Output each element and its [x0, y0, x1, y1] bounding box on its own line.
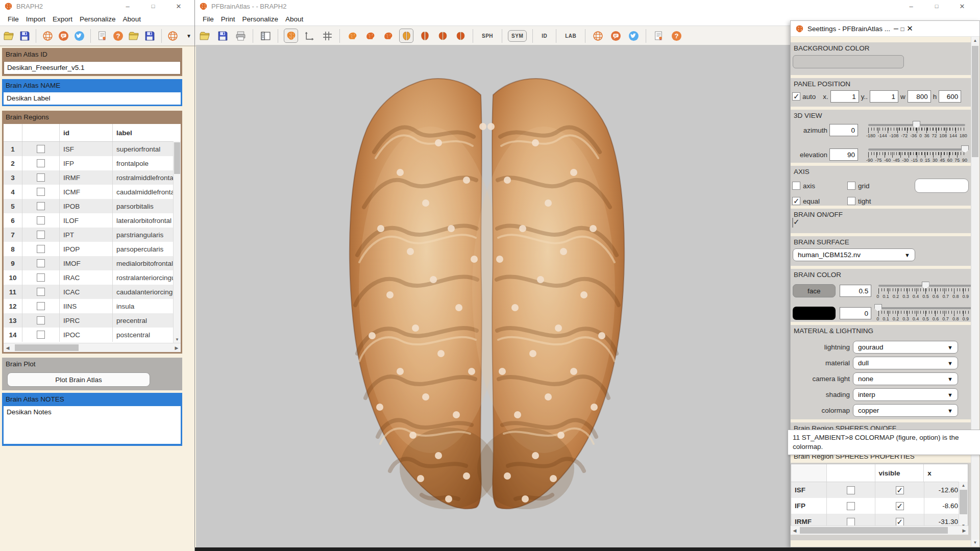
region-select-checkbox[interactable]	[37, 145, 45, 153]
scroll-left-arrow[interactable]: ◀	[4, 345, 12, 350]
menu-item[interactable]: About	[282, 15, 307, 23]
auto-checkbox[interactable]	[792, 92, 800, 101]
menu-item[interactable]: File	[4, 15, 22, 23]
sphere-select-checkbox[interactable]	[847, 518, 855, 526]
region-row[interactable]: 10 IRAC rostralanteriorcingulate	[4, 270, 181, 285]
labels-toggle-button[interactable]: LAB	[562, 31, 579, 41]
twitter-icon[interactable]	[627, 29, 640, 42]
region-select-checkbox[interactable]	[37, 245, 45, 253]
sphere-select-checkbox[interactable]	[847, 502, 855, 510]
menu-item[interactable]: File	[199, 15, 217, 23]
region-row[interactable]: 4 ICMF caudalmiddlefrontal	[4, 185, 181, 199]
material-row-dropdown[interactable]: copper ▼	[853, 404, 958, 417]
tight-checkbox[interactable]	[847, 197, 855, 205]
region-row[interactable]: 11 ICAC caudalanteriorcingulate	[4, 285, 181, 299]
region-row[interactable]: 8 IPOP parsopercularis	[4, 242, 181, 256]
open-folder-icon[interactable]	[3, 29, 14, 42]
braph2-titlebar[interactable]: BRAPH2 – □ ✕	[0, 0, 194, 12]
azimuth-slider[interactable]: -180-144-108-72-3603672108144180	[868, 121, 965, 139]
sphere-select-checkbox[interactable]	[847, 486, 855, 494]
scroll-right-arrow[interactable]: ▶	[960, 528, 968, 533]
face-alpha-slider[interactable]: 00.10.20.30.40.50.60.70.80.91	[878, 282, 973, 299]
settings-titlebar[interactable]: Seettings - PFBrainAtlas ... – □ ✕	[791, 21, 979, 37]
brain-surface-dropdown[interactable]: human_ICBM152.nv ▼	[793, 248, 915, 261]
x-field[interactable]: 1	[830, 90, 859, 103]
col-header-visible[interactable]: visible	[875, 464, 924, 482]
edge-alpha-slider[interactable]: 00.10.20.30.40.50.60.70.80.91	[878, 305, 973, 322]
symbols-toggle-button[interactable]: SYM	[508, 30, 527, 42]
help-icon[interactable]	[112, 29, 124, 42]
regions-vertical-scrollbar[interactable]: ▼	[173, 141, 181, 343]
scroll-right-arrow[interactable]: ▶	[173, 345, 181, 350]
help-icon[interactable]	[670, 29, 683, 42]
save-icon[interactable]	[19, 29, 30, 42]
brain-onoff-checkbox[interactable]	[792, 218, 793, 228]
col-header-id[interactable]: id	[60, 124, 113, 141]
settings-panel-icon[interactable]	[259, 29, 272, 42]
grid-checkbox[interactable]	[847, 182, 855, 190]
minimize-button[interactable]: –	[894, 24, 898, 33]
elevation-field[interactable]: 90	[829, 148, 858, 161]
twitter-icon[interactable]	[74, 29, 85, 42]
y-field[interactable]: 1	[870, 90, 898, 103]
brain-toggle-icon[interactable]	[284, 29, 298, 43]
ids-toggle-button[interactable]: ID	[538, 31, 550, 41]
toolbar-overflow-icon[interactable]: ▼	[183, 29, 194, 42]
grid-icon[interactable]	[321, 29, 334, 42]
w-field[interactable]: 800	[908, 90, 931, 103]
certificate-icon[interactable]	[96, 29, 108, 42]
maximize-button[interactable]: □	[924, 0, 949, 12]
menu-item[interactable]: Personalize	[76, 15, 119, 23]
sphere-visible-checkbox[interactable]	[896, 502, 904, 510]
region-select-checkbox[interactable]	[37, 288, 45, 296]
region-select-checkbox[interactable]	[37, 159, 45, 167]
sphere-row[interactable]: ISF -12.60	[791, 482, 968, 498]
plot-brain-atlas-button[interactable]: Plot Brain Atlas	[7, 372, 150, 387]
region-row[interactable]: 14 IPOC postcentral	[4, 328, 181, 342]
minimize-button[interactable]: –	[898, 0, 924, 12]
scroll-down-arrow[interactable]: ▼	[174, 336, 181, 343]
face-color-button[interactable]: face	[793, 284, 836, 297]
save-icon[interactable]	[144, 29, 156, 42]
save-icon[interactable]	[216, 29, 229, 42]
scroll-down-arrow[interactable]: ▼	[971, 539, 979, 546]
atlas-name-input[interactable]: Desikan Label	[4, 92, 181, 105]
menu-item[interactable]: Personalize	[239, 15, 282, 23]
region-row[interactable]: 9 IMOF medialorbitofrontal	[4, 256, 181, 270]
settings-scrollbar[interactable]: ▲ ▼	[971, 37, 979, 546]
close-button[interactable]: ✕	[906, 24, 913, 33]
axis-icon[interactable]	[303, 29, 316, 42]
close-button[interactable]: ✕	[166, 0, 191, 12]
figure-titlebar[interactable]: PFBrainAtlas - - BRAPH2 – □ ✕	[195, 0, 980, 12]
scroll-up-arrow[interactable]: ▲	[971, 37, 979, 44]
region-select-checkbox[interactable]	[37, 216, 45, 224]
region-select-checkbox[interactable]	[37, 302, 45, 310]
equal-checkbox[interactable]	[792, 197, 800, 205]
elevation-slider[interactable]: -90-75-60-45-30-150153045607590	[868, 146, 965, 163]
brain-view-ventral-icon[interactable]	[418, 29, 431, 42]
region-select-checkbox[interactable]	[37, 188, 45, 196]
brain-view-left-icon[interactable]	[346, 29, 359, 42]
atlas-id-input[interactable]: Desikan_Freesurfer_v5.1	[4, 61, 181, 74]
region-select-checkbox[interactable]	[37, 331, 45, 339]
region-row[interactable]: 6 ILOF lateralorbitofrontal	[4, 213, 181, 228]
background-color-button[interactable]	[793, 55, 904, 68]
scroll-up-arrow[interactable]: ▲	[959, 482, 968, 489]
scroll-left-arrow[interactable]: ◀	[791, 528, 799, 533]
brain-view-anterior-icon[interactable]	[381, 29, 395, 42]
atlas-notes-textarea[interactable]: Desikan Notes	[4, 406, 181, 444]
material-row-dropdown[interactable]: dull ▼	[853, 357, 958, 369]
region-select-checkbox[interactable]	[37, 259, 45, 267]
regions-horizontal-scrollbar[interactable]: ◀ ▶	[4, 343, 181, 352]
material-row-dropdown[interactable]: none ▼	[853, 372, 958, 385]
col-header-x[interactable]: x	[924, 464, 959, 482]
sphere-visible-checkbox[interactable]	[896, 486, 904, 494]
brain-view-dorsal-icon[interactable]	[399, 29, 413, 43]
spheres-horizontal-scrollbar[interactable]: ◀ ▶	[791, 525, 968, 535]
region-select-checkbox[interactable]	[37, 273, 45, 282]
region-row[interactable]: 5 IPOB parsorbitalis	[4, 199, 181, 213]
region-row[interactable]: 2 IFP frontalpole	[4, 156, 181, 170]
edge-color-button[interactable]	[793, 307, 836, 320]
region-row[interactable]: 12 IINS insula	[4, 299, 181, 313]
region-select-checkbox[interactable]	[37, 316, 45, 324]
